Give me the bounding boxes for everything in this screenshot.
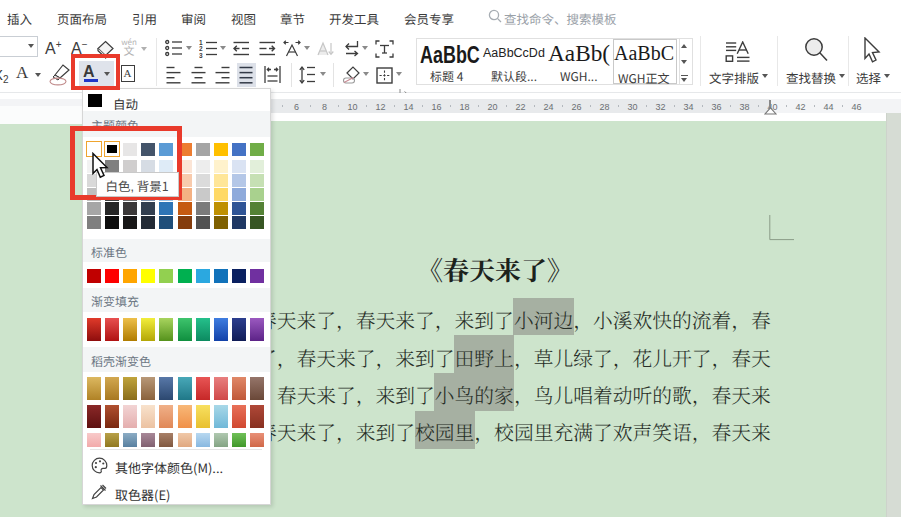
svg-text:3: 3 [199,52,203,59]
